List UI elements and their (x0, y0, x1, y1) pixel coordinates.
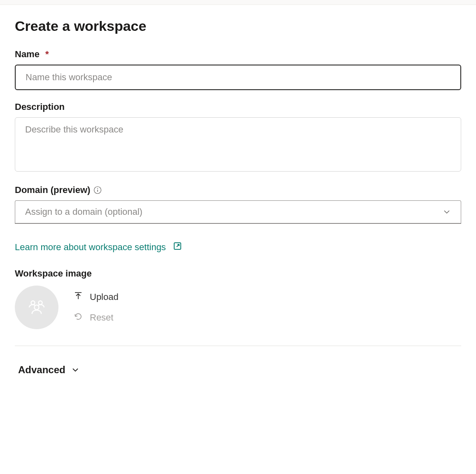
description-field-group: Description (15, 102, 461, 173)
chevron-down-icon (443, 208, 451, 216)
domain-select[interactable]: Assign to a domain (optional) (15, 200, 461, 224)
reset-button: Reset (73, 311, 119, 324)
reset-icon (73, 311, 83, 324)
workspace-image-label: Workspace image (15, 268, 461, 279)
learn-more-text: Learn more about workspace settings (15, 242, 166, 253)
workspace-image-group: Workspace image (15, 268, 461, 329)
upload-button[interactable]: Upload (73, 291, 119, 303)
people-group-icon (26, 296, 48, 318)
page-title: Create a workspace (15, 18, 461, 34)
learn-more-link[interactable]: Learn more about workspace settings (15, 241, 182, 253)
advanced-toggle[interactable]: Advanced (15, 362, 83, 377)
reset-label: Reset (90, 312, 113, 323)
advanced-label: Advanced (18, 364, 65, 376)
chevron-down-icon (71, 366, 79, 374)
description-label: Description (15, 102, 461, 112)
description-label-text: Description (15, 102, 65, 112)
domain-label: Domain (preview) (15, 185, 461, 195)
name-input[interactable] (15, 65, 461, 90)
description-input[interactable] (15, 117, 461, 172)
domain-select-placeholder: Assign to a domain (optional) (25, 207, 142, 217)
svg-point-4 (31, 301, 35, 304)
upload-label: Upload (90, 292, 119, 302)
panel-top-border (0, 0, 476, 5)
avatar-placeholder (15, 286, 58, 329)
divider (15, 346, 461, 346)
upload-icon (73, 291, 83, 303)
name-label-text: Name (15, 49, 40, 60)
svg-point-2 (97, 188, 98, 189)
required-indicator: * (45, 49, 49, 60)
info-icon[interactable] (93, 186, 102, 194)
workspace-form-container: Create a workspace Name * Description Do… (0, 5, 476, 390)
svg-point-5 (39, 301, 42, 304)
name-field-group: Name * (15, 49, 461, 90)
domain-label-text: Domain (preview) (15, 185, 90, 195)
image-actions: Upload Reset (73, 291, 119, 324)
image-section: Upload Reset (15, 286, 461, 329)
domain-field-group: Domain (preview) Assign to a domain (opt… (15, 185, 461, 224)
workspace-image-label-text: Workspace image (15, 268, 92, 279)
external-link-icon (173, 241, 182, 253)
name-label: Name * (15, 49, 461, 60)
